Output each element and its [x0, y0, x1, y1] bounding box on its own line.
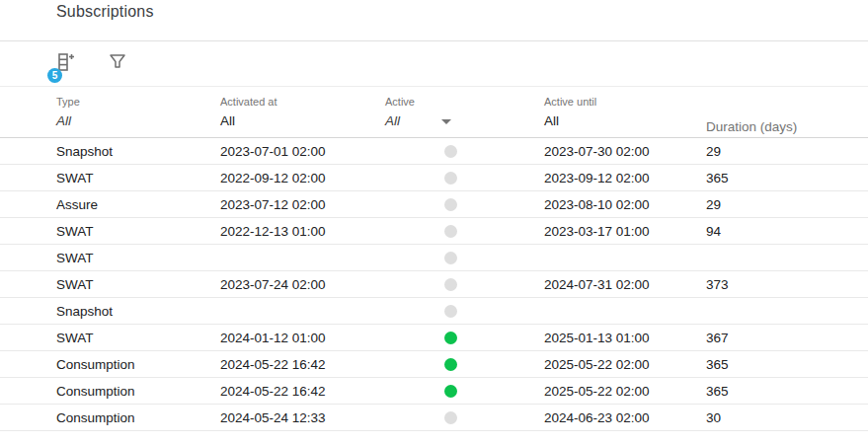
- cell-activated-at: 2023-07-01 02:00: [220, 144, 385, 159]
- active-filter-value: All: [385, 111, 400, 131]
- cell-type: Consumption: [56, 357, 220, 372]
- chevron-down-icon[interactable]: [441, 119, 451, 124]
- cell-activated-at: 2023-07-12 02:00: [220, 197, 385, 212]
- cell-active-until: 2024-06-23 02:00: [544, 410, 706, 425]
- cell-active-until: 2025-01-13 01:00: [544, 331, 706, 345]
- cell-active: [385, 332, 544, 344]
- cell-active: [385, 358, 544, 371]
- cell-type: SWAT: [56, 224, 220, 239]
- table-row[interactable]: Consumption2024-05-22 16:422025-05-22 02…: [0, 378, 868, 405]
- table-row[interactable]: Consumption2024-05-22 16:422025-05-22 02…: [0, 351, 868, 378]
- cell-active-until: 2023-07-30 02:00: [544, 144, 706, 159]
- cell-active: [385, 225, 544, 238]
- cell-type: Consumption: [56, 384, 220, 399]
- cell-active: [385, 385, 544, 398]
- cell-activated-at: 2024-01-12 01:00: [220, 331, 385, 345]
- cell-active: [385, 252, 544, 264]
- columns-count-badge: 5: [47, 68, 62, 83]
- cell-duration: 365: [706, 357, 868, 372]
- cell-active: [385, 198, 544, 211]
- cell-active: [385, 305, 544, 318]
- table-body: Snapshot2023-07-01 02:002023-07-30 02:00…: [0, 138, 868, 431]
- table-row[interactable]: SWAT2023-07-24 02:002024-07-31 02:00373: [0, 271, 868, 298]
- cell-type: SWAT: [56, 171, 220, 185]
- cell-activated-at: 2022-12-13 01:00: [220, 224, 385, 239]
- cell-activated-at: 2022-09-12 02:00: [220, 171, 385, 185]
- cell-active-until: 2025-05-22 02:00: [544, 384, 706, 399]
- column-header-active[interactable]: Active All: [385, 94, 544, 137]
- cell-type: SWAT: [56, 277, 220, 292]
- cell-duration: 365: [706, 171, 868, 185]
- inactive-status-dot: [444, 225, 457, 238]
- inactive-status-dot: [444, 145, 457, 158]
- table-row[interactable]: SWAT2022-09-12 02:002023-09-12 02:00365: [0, 165, 868, 191]
- column-label: Type: [56, 94, 220, 110]
- cell-duration: 29: [706, 197, 868, 212]
- table-row[interactable]: Snapshot2023-07-01 02:002023-07-30 02:00…: [0, 138, 868, 165]
- cell-duration: 29: [706, 144, 868, 159]
- column-filter-active[interactable]: All: [385, 111, 544, 131]
- cell-active: [385, 145, 544, 158]
- table-row[interactable]: Snapshot: [0, 298, 868, 325]
- column-header-active-until[interactable]: Active until All: [544, 94, 706, 137]
- inactive-status-dot: [444, 411, 457, 424]
- table-header: Type All Activated at All Active All Act…: [0, 87, 868, 138]
- table-row[interactable]: SWAT2022-12-13 01:002023-03-17 01:0094: [0, 218, 868, 245]
- cell-duration: 365: [706, 384, 868, 399]
- cell-active: [385, 278, 544, 291]
- table-row[interactable]: Assure2023-07-12 02:002023-08-10 02:0029: [0, 191, 868, 218]
- subscriptions-table: Type All Activated at All Active All Act…: [0, 87, 868, 431]
- header-gutter: [0, 94, 56, 137]
- cell-type: Snapshot: [56, 304, 220, 319]
- cell-active-until: 2024-07-31 02:00: [544, 277, 706, 292]
- cell-type: Snapshot: [56, 144, 220, 159]
- table-row[interactable]: SWAT: [0, 245, 868, 271]
- active-status-dot: [444, 332, 457, 344]
- cell-active-until: 2023-08-10 02:00: [544, 197, 706, 212]
- column-header-duration[interactable]: Duration (days): [706, 94, 868, 137]
- column-label: Activated at: [220, 94, 385, 110]
- column-label: Active: [385, 94, 544, 110]
- cell-active: [385, 411, 544, 424]
- inactive-status-dot: [444, 172, 457, 185]
- inactive-status-dot: [444, 278, 457, 291]
- cell-active: [385, 172, 544, 185]
- column-filter-type[interactable]: All: [56, 111, 220, 131]
- table-row[interactable]: SWAT2024-01-12 01:002025-01-13 01:00367: [0, 325, 868, 351]
- cell-duration: 373: [706, 277, 868, 292]
- column-filter-active-until[interactable]: All: [544, 111, 706, 131]
- inactive-status-dot: [444, 252, 457, 264]
- page-title: Subscriptions: [56, 3, 868, 21]
- table-row[interactable]: Consumption2024-05-24 12:332024-06-23 02…: [0, 405, 868, 431]
- cell-activated-at: 2024-05-22 16:42: [220, 384, 385, 399]
- column-label: Duration (days): [706, 117, 868, 137]
- cell-type: Assure: [56, 197, 220, 212]
- column-header-type[interactable]: Type All: [56, 94, 220, 137]
- table-toolbar: 5: [0, 41, 868, 87]
- cell-type: Consumption: [56, 410, 220, 425]
- column-filter-activated-at[interactable]: All: [220, 111, 385, 131]
- cell-duration: 94: [706, 224, 868, 239]
- active-status-dot: [444, 358, 457, 371]
- cell-activated-at: 2024-05-24 12:33: [220, 410, 385, 425]
- filter-button[interactable]: [103, 47, 132, 81]
- cell-activated-at: 2024-05-22 16:42: [220, 357, 385, 372]
- cell-duration: 367: [706, 331, 868, 345]
- cell-type: SWAT: [56, 331, 220, 345]
- cell-active-until: 2023-03-17 01:00: [544, 224, 706, 239]
- inactive-status-dot: [444, 305, 457, 318]
- cell-activated-at: 2023-07-24 02:00: [220, 277, 385, 292]
- cell-type: SWAT: [56, 251, 220, 265]
- cell-duration: 30: [706, 410, 868, 425]
- cell-active-until: 2025-05-22 02:00: [544, 357, 706, 372]
- title-bar: Subscriptions: [0, 0, 868, 41]
- column-label: Active until: [544, 94, 706, 110]
- column-header-activated-at[interactable]: Activated at All: [220, 94, 385, 137]
- cell-active-until: 2023-09-12 02:00: [544, 171, 706, 185]
- active-status-dot: [444, 385, 457, 398]
- filter-icon: [108, 51, 127, 71]
- manage-columns-button[interactable]: 5: [49, 47, 79, 81]
- inactive-status-dot: [444, 198, 457, 211]
